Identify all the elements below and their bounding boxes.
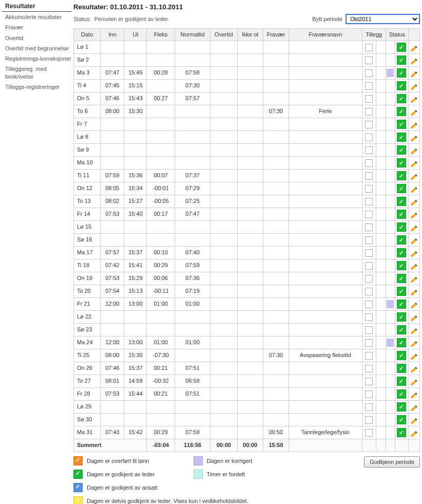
checkbox-icon[interactable] bbox=[365, 134, 373, 141]
cell-edit[interactable] bbox=[408, 169, 419, 182]
cell-edit[interactable] bbox=[408, 387, 419, 400]
pencil-icon[interactable] bbox=[410, 197, 418, 206]
cell-tillegg-check[interactable] bbox=[362, 130, 376, 143]
cell-edit[interactable] bbox=[408, 156, 419, 169]
checkbox-icon[interactable] bbox=[365, 352, 373, 360]
cell-edit[interactable] bbox=[408, 220, 419, 233]
cell-tillegg-check[interactable] bbox=[362, 400, 376, 413]
pencil-icon[interactable] bbox=[410, 377, 418, 385]
cell-edit[interactable] bbox=[408, 92, 419, 105]
pencil-icon[interactable] bbox=[410, 43, 418, 51]
cell-edit[interactable] bbox=[408, 400, 419, 413]
checkbox-icon[interactable] bbox=[365, 275, 373, 283]
period-select[interactable]: Okt2011 bbox=[346, 14, 420, 24]
sidebar-item-1[interactable]: Fravær bbox=[5, 24, 71, 31]
checkbox-icon[interactable] bbox=[365, 365, 373, 372]
pencil-icon[interactable] bbox=[410, 69, 418, 77]
pencil-icon[interactable] bbox=[410, 416, 418, 424]
pencil-icon[interactable] bbox=[410, 274, 418, 283]
checkbox-icon[interactable] bbox=[365, 378, 373, 385]
cell-tillegg-check[interactable] bbox=[362, 387, 376, 400]
checkbox-icon[interactable] bbox=[365, 198, 373, 206]
pencil-icon[interactable] bbox=[410, 300, 418, 308]
checkbox-icon[interactable] bbox=[365, 211, 373, 218]
pencil-icon[interactable] bbox=[410, 223, 418, 231]
sidebar-item-2[interactable]: Overtid bbox=[5, 34, 71, 42]
cell-tillegg-check[interactable] bbox=[362, 246, 376, 259]
cell-edit[interactable] bbox=[408, 285, 419, 297]
pencil-icon[interactable] bbox=[410, 56, 418, 64]
sidebar-item-6[interactable]: Tilleggs-registreringer bbox=[5, 83, 71, 90]
sidebar-item-0[interactable]: Akkumulerte resultater bbox=[5, 13, 71, 21]
pencil-icon[interactable] bbox=[410, 159, 418, 167]
cell-edit[interactable] bbox=[408, 53, 419, 66]
cell-tillegg-check[interactable] bbox=[362, 297, 376, 310]
cell-tillegg-check[interactable] bbox=[362, 156, 376, 169]
cell-edit[interactable] bbox=[408, 118, 419, 130]
cell-tillegg-check[interactable] bbox=[362, 195, 376, 208]
cell-tillegg-check[interactable] bbox=[362, 336, 376, 349]
cell-edit[interactable] bbox=[408, 208, 419, 220]
pencil-icon[interactable] bbox=[410, 403, 418, 411]
pencil-icon[interactable] bbox=[410, 364, 418, 372]
cell-edit[interactable] bbox=[408, 233, 419, 246]
cell-tillegg-check[interactable] bbox=[362, 208, 376, 220]
cell-edit[interactable] bbox=[408, 362, 419, 375]
checkbox-icon[interactable] bbox=[365, 95, 373, 103]
sidebar-item-3[interactable]: Overtid med begrunnelse bbox=[5, 45, 71, 52]
cell-tillegg-check[interactable] bbox=[362, 233, 376, 246]
checkbox-icon[interactable] bbox=[365, 390, 373, 398]
cell-tillegg-check[interactable] bbox=[362, 272, 376, 285]
checkbox-icon[interactable] bbox=[365, 403, 373, 411]
cell-tillegg-check[interactable] bbox=[362, 426, 376, 439]
pencil-icon[interactable] bbox=[410, 184, 418, 193]
cell-edit[interactable] bbox=[408, 349, 419, 362]
cell-tillegg-check[interactable] bbox=[362, 53, 376, 66]
cell-tillegg-check[interactable] bbox=[362, 285, 376, 297]
checkbox-icon[interactable] bbox=[365, 159, 373, 167]
checkbox-icon[interactable] bbox=[365, 69, 373, 77]
checkbox-icon[interactable] bbox=[365, 121, 373, 128]
checkbox-icon[interactable] bbox=[365, 236, 373, 244]
cell-tillegg-check[interactable] bbox=[362, 323, 376, 336]
pencil-icon[interactable] bbox=[410, 339, 418, 347]
pencil-icon[interactable] bbox=[410, 351, 418, 360]
pencil-icon[interactable] bbox=[410, 313, 418, 321]
cell-tillegg-check[interactable] bbox=[362, 41, 376, 53]
pencil-icon[interactable] bbox=[410, 249, 418, 257]
cell-edit[interactable] bbox=[408, 41, 419, 53]
cell-tillegg-check[interactable] bbox=[362, 66, 376, 79]
cell-tillegg-check[interactable] bbox=[362, 220, 376, 233]
cell-edit[interactable] bbox=[408, 426, 419, 439]
cell-edit[interactable] bbox=[408, 182, 419, 195]
pencil-icon[interactable] bbox=[410, 390, 418, 398]
checkbox-icon[interactable] bbox=[365, 416, 373, 424]
checkbox-icon[interactable] bbox=[365, 44, 373, 51]
pencil-icon[interactable] bbox=[410, 107, 418, 116]
cell-tillegg-check[interactable] bbox=[362, 375, 376, 387]
cell-tillegg-check[interactable] bbox=[362, 105, 376, 118]
checkbox-icon[interactable] bbox=[365, 172, 373, 180]
cell-tillegg-check[interactable] bbox=[362, 310, 376, 323]
pencil-icon[interactable] bbox=[410, 326, 418, 334]
cell-edit[interactable] bbox=[408, 79, 419, 92]
cell-tillegg-check[interactable] bbox=[362, 118, 376, 130]
checkbox-icon[interactable] bbox=[365, 288, 373, 295]
cell-edit[interactable] bbox=[408, 375, 419, 387]
cell-edit[interactable] bbox=[408, 105, 419, 118]
pencil-icon[interactable] bbox=[410, 120, 418, 128]
cell-edit[interactable] bbox=[408, 336, 419, 349]
pencil-icon[interactable] bbox=[410, 428, 418, 437]
cell-edit[interactable] bbox=[408, 130, 419, 143]
approve-period-button[interactable]: Godkjenn periode bbox=[364, 456, 420, 468]
cell-edit[interactable] bbox=[408, 310, 419, 323]
cell-edit[interactable] bbox=[408, 195, 419, 208]
cell-tillegg-check[interactable] bbox=[362, 169, 376, 182]
cell-edit[interactable] bbox=[408, 143, 419, 156]
cell-tillegg-check[interactable] bbox=[362, 362, 376, 375]
pencil-icon[interactable] bbox=[410, 210, 418, 218]
cell-edit[interactable] bbox=[408, 413, 419, 426]
checkbox-icon[interactable] bbox=[365, 339, 373, 347]
pencil-icon[interactable] bbox=[410, 82, 418, 90]
cell-tillegg-check[interactable] bbox=[362, 79, 376, 92]
